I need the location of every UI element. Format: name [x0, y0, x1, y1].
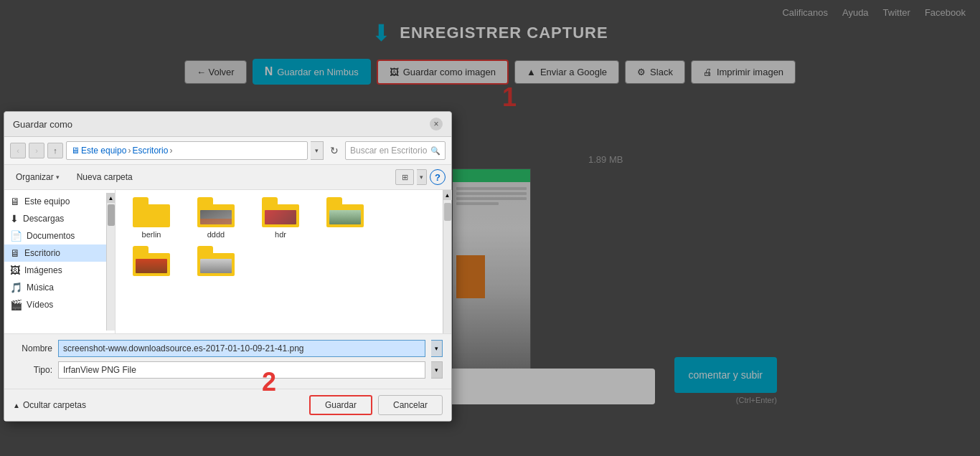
file-item-4[interactable]	[316, 197, 374, 239]
filename-label: Nombre	[13, 343, 52, 353]
file-label-hdr: hdr	[275, 230, 286, 239]
sidebar-item-videos[interactable]: 🎬 Vídeos	[4, 296, 106, 313]
search-icon[interactable]: 🔍	[430, 146, 440, 156]
breadcrumb: 🖥 Este equipo › Escritorio ›	[66, 141, 308, 160]
search-box: Buscar en Escritorio 🔍	[345, 141, 446, 160]
view-dropdown[interactable]: ▾	[417, 169, 427, 185]
cancel-button[interactable]: Cancelar	[378, 395, 443, 415]
music-icon: 🎵	[10, 282, 22, 293]
footer-buttons: Guardar Cancelar	[309, 395, 443, 415]
sidebar-item-images[interactable]: 🖼 Imágenes	[4, 262, 106, 279]
refresh-button[interactable]: ↻	[326, 143, 342, 158]
breadcrumb-this-pc[interactable]: 🖥 Este equipo	[71, 146, 126, 156]
filename-row: Nombre ▾	[13, 340, 443, 357]
dialog-titlebar: Guardar como ×	[4, 112, 451, 137]
sidebar-item-desktop[interactable]: 🖥 Escritorio	[4, 244, 106, 262]
sidebar-item-this-pc[interactable]: 🖥 Este equipo	[4, 193, 106, 210]
file-item-hdr[interactable]: hdr	[252, 197, 309, 239]
save-dialog: Guardar como × ‹ › ↑ 🖥 Este equipo › Esc…	[4, 111, 452, 422]
search-placeholder-text: Buscar en Escritorio	[350, 146, 428, 156]
filename-input[interactable]	[58, 340, 425, 357]
up-button[interactable]: ↑	[47, 143, 63, 158]
filetype-input[interactable]	[58, 361, 425, 379]
step2-annotation: 2	[262, 367, 276, 397]
dialog-title: Guardar como	[13, 119, 72, 130]
grid-scrollbar: ▲	[443, 190, 451, 333]
view-tiles-button[interactable]: ⊞	[395, 169, 414, 185]
breadcrumb-sep1: ›	[128, 146, 131, 156]
videos-icon: 🎬	[10, 299, 22, 310]
downloads-icon: ⬇	[10, 213, 19, 224]
view-icons: ⊞ ▾ ?	[395, 169, 446, 185]
file-item-6[interactable]	[187, 246, 245, 279]
file-label-berlin: berlin	[142, 230, 161, 239]
dialog-close-button[interactable]: ×	[430, 118, 443, 130]
images-icon: 🖼	[10, 265, 20, 276]
dialog-toolbar: Organizar ▾ Nueva carpeta ⊞ ▾ ?	[4, 165, 451, 190]
scroll-up-arrow[interactable]: ▲	[107, 193, 116, 203]
forward-button[interactable]: ›	[29, 143, 44, 158]
sidebar-item-music[interactable]: 🎵 Música	[4, 279, 106, 296]
help-button[interactable]: ?	[430, 169, 446, 185]
hide-chevron-icon: ▲	[13, 402, 20, 409]
sidebar-item-downloads[interactable]: ⬇ Descargas	[4, 210, 106, 227]
desktop-icon: 🖥	[10, 247, 20, 259]
back-button[interactable]: ‹	[10, 143, 26, 158]
pc-icon: 🖥	[71, 146, 80, 156]
filetype-row: Tipo: ▾	[13, 361, 443, 379]
dialog-footer: ▲ Ocultar carpetas Guardar Cancelar	[4, 389, 451, 421]
file-grid: berlin dddd	[116, 190, 443, 333]
this-pc-icon: 🖥	[10, 196, 20, 207]
filename-dropdown[interactable]: ▾	[431, 340, 443, 357]
save-button[interactable]: Guardar	[309, 395, 372, 415]
grid-scroll-thumb[interactable]	[444, 203, 451, 221]
organize-button[interactable]: Organizar ▾	[10, 170, 65, 184]
breadcrumb-dropdown[interactable]: ▾	[311, 141, 324, 160]
sidebar-panel: ▲ 🖥 Este equipo ⬇ Descargas 📄 Documentos…	[4, 190, 116, 333]
filetype-dropdown[interactable]: ▾	[431, 361, 443, 379]
organize-chevron-icon: ▾	[56, 174, 60, 181]
file-item-berlin[interactable]: berlin	[123, 197, 180, 239]
file-item-dddd[interactable]: dddd	[187, 197, 245, 239]
file-item-5[interactable]	[123, 246, 180, 279]
dialog-addressbar: ‹ › ↑ 🖥 Este equipo › Escritorio › ▾ ↻ B…	[4, 137, 451, 165]
grid-scroll-up[interactable]: ▲	[443, 190, 452, 200]
new-folder-button[interactable]: Nueva carpeta	[71, 170, 138, 184]
breadcrumb-desktop[interactable]: Escritorio	[132, 146, 168, 156]
filetype-label: Tipo:	[13, 365, 52, 375]
sidebar-item-documents[interactable]: 📄 Documentos	[4, 227, 106, 244]
documents-icon: 📄	[10, 230, 22, 242]
hide-folders-toggle[interactable]: ▲ Ocultar carpetas	[13, 400, 86, 410]
breadcrumb-sep2: ›	[169, 146, 172, 156]
scroll-thumb[interactable]	[108, 204, 115, 226]
file-label-dddd: dddd	[207, 230, 225, 239]
dialog-form: Nombre ▾ Tipo: ▾	[4, 333, 451, 389]
dialog-body: ▲ 🖥 Este equipo ⬇ Descargas 📄 Documentos…	[4, 190, 451, 333]
